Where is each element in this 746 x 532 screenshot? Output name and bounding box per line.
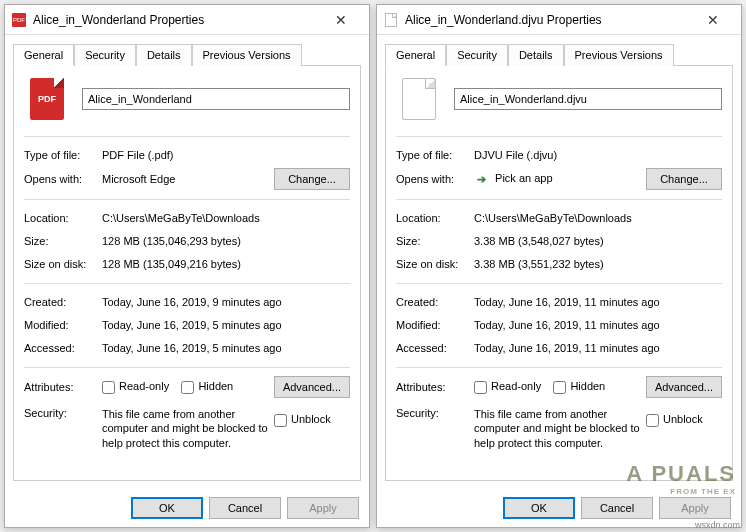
attributes-value: Read-only Hidden bbox=[474, 380, 646, 394]
tab-details[interactable]: Details bbox=[136, 44, 192, 66]
modified-label: Modified: bbox=[24, 319, 102, 331]
size-label: Size: bbox=[24, 235, 102, 247]
readonly-label: Read-only bbox=[491, 380, 541, 392]
dialog-buttons: OK Cancel Apply bbox=[5, 489, 369, 527]
file-icon: PDF bbox=[30, 78, 64, 120]
location-value: C:\Users\MeGaByTe\Downloads bbox=[474, 212, 722, 224]
created-value: Today, June 16, 2019, 9 minutes ago bbox=[102, 296, 350, 308]
security-label: Security: bbox=[24, 407, 102, 419]
close-button[interactable]: ✕ bbox=[319, 6, 363, 34]
readonly-checkbox[interactable] bbox=[102, 381, 115, 394]
separator bbox=[24, 199, 350, 200]
change-button[interactable]: Change... bbox=[646, 168, 722, 190]
created-label: Created: bbox=[24, 296, 102, 308]
filename-input[interactable] bbox=[454, 88, 722, 110]
tab-security[interactable]: Security bbox=[74, 44, 136, 66]
unblock-checkbox[interactable] bbox=[274, 414, 287, 427]
type-label: Type of file: bbox=[396, 149, 474, 161]
readonly-label: Read-only bbox=[119, 380, 169, 392]
opens-with-text: Microsoft Edge bbox=[102, 173, 175, 185]
ok-button[interactable]: OK bbox=[131, 497, 203, 519]
tab-panel-general: Type of file: DJVU File (.djvu) Opens wi… bbox=[385, 65, 733, 481]
location-label: Location: bbox=[396, 212, 474, 224]
tab-details[interactable]: Details bbox=[508, 44, 564, 66]
tab-strip: General Security Details Previous Versio… bbox=[377, 35, 741, 65]
apply-button[interactable]: Apply bbox=[659, 497, 731, 519]
properties-dialog-djvu: Alice_in_Wonderland.djvu Properties ✕ Ge… bbox=[376, 4, 742, 528]
security-text: This file came from another computer and… bbox=[474, 407, 646, 450]
tab-general[interactable]: General bbox=[385, 44, 446, 66]
cancel-button[interactable]: Cancel bbox=[581, 497, 653, 519]
unblock-checkbox[interactable] bbox=[646, 414, 659, 427]
titlebar[interactable]: Alice_in_Wonderland.djvu Properties ✕ bbox=[377, 5, 741, 35]
arrow-right-icon: ➔ bbox=[474, 172, 488, 186]
unblock-label: Unblock bbox=[291, 413, 331, 425]
security-label: Security: bbox=[396, 407, 474, 419]
modified-label: Modified: bbox=[396, 319, 474, 331]
separator bbox=[396, 367, 722, 368]
separator bbox=[396, 136, 722, 137]
attributes-value: Read-only Hidden bbox=[102, 380, 274, 394]
generic-title-icon bbox=[383, 12, 399, 28]
unblock-label: Unblock bbox=[663, 413, 703, 425]
type-value: DJVU File (.djvu) bbox=[474, 149, 722, 161]
pdf-icon: PDF bbox=[30, 78, 64, 120]
security-text: This file came from another computer and… bbox=[102, 407, 274, 450]
hidden-checkbox[interactable] bbox=[553, 381, 566, 394]
type-label: Type of file: bbox=[24, 149, 102, 161]
apply-button[interactable]: Apply bbox=[287, 497, 359, 519]
size-on-disk-label: Size on disk: bbox=[24, 258, 102, 270]
unblock-wrap: Unblock bbox=[274, 407, 350, 427]
hidden-label: Hidden bbox=[570, 380, 605, 392]
tab-security[interactable]: Security bbox=[446, 44, 508, 66]
opens-with-text: Pick an app bbox=[495, 172, 552, 184]
location-value: C:\Users\MeGaByTe\Downloads bbox=[102, 212, 350, 224]
accessed-label: Accessed: bbox=[396, 342, 474, 354]
size-on-disk-label: Size on disk: bbox=[396, 258, 474, 270]
page-fold-icon bbox=[425, 79, 435, 89]
advanced-button[interactable]: Advanced... bbox=[274, 376, 350, 398]
separator bbox=[24, 367, 350, 368]
file-icon bbox=[402, 78, 436, 120]
modified-value: Today, June 16, 2019, 11 minutes ago bbox=[474, 319, 722, 331]
window-title: Alice_in_Wonderland.djvu Properties bbox=[405, 13, 691, 27]
size-on-disk-value: 128 MB (135,049,216 bytes) bbox=[102, 258, 350, 270]
opens-with-label: Opens with: bbox=[24, 173, 102, 185]
close-button[interactable]: ✕ bbox=[691, 6, 735, 34]
tab-panel-general: PDF Type of file: PDF File (.pdf) Opens … bbox=[13, 65, 361, 481]
hidden-checkbox[interactable] bbox=[181, 381, 194, 394]
separator bbox=[24, 283, 350, 284]
unblock-wrap: Unblock bbox=[646, 407, 722, 427]
modified-value: Today, June 16, 2019, 5 minutes ago bbox=[102, 319, 350, 331]
separator bbox=[24, 136, 350, 137]
size-label: Size: bbox=[396, 235, 474, 247]
hidden-label: Hidden bbox=[198, 380, 233, 392]
created-value: Today, June 16, 2019, 11 minutes ago bbox=[474, 296, 722, 308]
accessed-label: Accessed: bbox=[24, 342, 102, 354]
size-on-disk-value: 3.38 MB (3,551,232 bytes) bbox=[474, 258, 722, 270]
pdf-title-icon: PDF bbox=[11, 12, 27, 28]
window-title: Alice_in_Wonderland Properties bbox=[33, 13, 319, 27]
accessed-value: Today, June 16, 2019, 11 minutes ago bbox=[474, 342, 722, 354]
tab-previous-versions[interactable]: Previous Versions bbox=[192, 44, 302, 66]
cancel-button[interactable]: Cancel bbox=[209, 497, 281, 519]
readonly-checkbox[interactable] bbox=[474, 381, 487, 394]
opens-with-label: Opens with: bbox=[396, 173, 474, 185]
type-value: PDF File (.pdf) bbox=[102, 149, 350, 161]
created-label: Created: bbox=[396, 296, 474, 308]
titlebar[interactable]: PDF Alice_in_Wonderland Properties ✕ bbox=[5, 5, 369, 35]
tab-general[interactable]: General bbox=[13, 44, 74, 66]
filename-input[interactable] bbox=[82, 88, 350, 110]
ok-button[interactable]: OK bbox=[503, 497, 575, 519]
dialog-buttons: OK Cancel Apply bbox=[377, 489, 741, 527]
change-button[interactable]: Change... bbox=[274, 168, 350, 190]
size-value: 128 MB (135,046,293 bytes) bbox=[102, 235, 350, 247]
tab-previous-versions[interactable]: Previous Versions bbox=[564, 44, 674, 66]
location-label: Location: bbox=[24, 212, 102, 224]
attributes-label: Attributes: bbox=[396, 381, 474, 393]
separator bbox=[396, 199, 722, 200]
separator bbox=[396, 283, 722, 284]
opens-with-value: ➔ Pick an app bbox=[474, 172, 646, 186]
accessed-value: Today, June 16, 2019, 5 minutes ago bbox=[102, 342, 350, 354]
advanced-button[interactable]: Advanced... bbox=[646, 376, 722, 398]
